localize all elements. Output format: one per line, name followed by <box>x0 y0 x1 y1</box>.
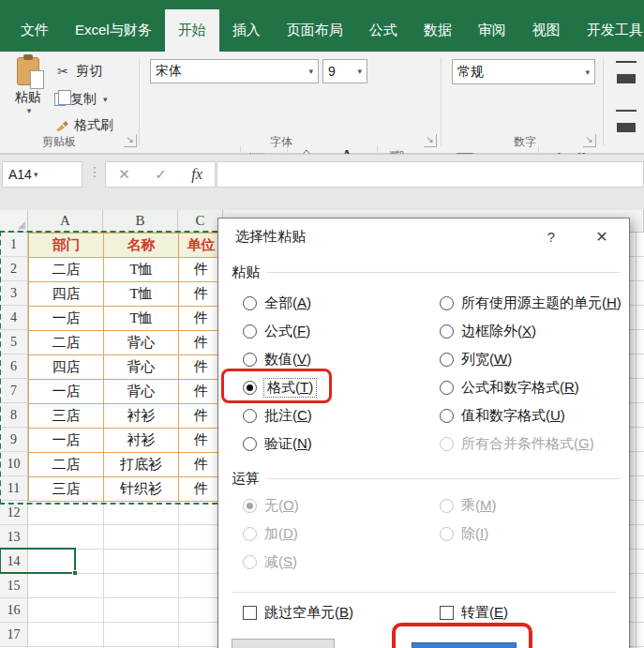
cell[interactable]: 三店 <box>29 404 104 429</box>
formula-bar: A14 ▾ ⋮ ✕ ✓ fx <box>0 154 644 210</box>
cell[interactable]: 打底衫 <box>104 453 179 477</box>
option-label: 数值(V) <box>264 351 311 369</box>
radio-paste-X[interactable]: 边框除外(X) <box>440 317 632 345</box>
checkbox-B[interactable]: 跳过空单元(B) <box>243 598 435 626</box>
dialog-close-icon[interactable]: ✕ <box>590 224 614 249</box>
paste-dropdown-icon[interactable]: ▾ <box>27 106 32 115</box>
cell[interactable]: 一店 <box>29 380 104 404</box>
tab-developer[interactable]: 开发工具 <box>574 9 644 52</box>
radio-icon <box>243 381 257 395</box>
tab-home[interactable]: 开始 <box>165 9 219 52</box>
copy-dropdown-icon[interactable]: ▾ <box>103 95 108 104</box>
cell[interactable]: 四店 <box>29 282 104 307</box>
ok-button[interactable] <box>412 642 517 648</box>
cell[interactable]: 三店 <box>29 477 104 502</box>
tab-page-layout[interactable]: 页面布局 <box>274 9 356 52</box>
dialog-help-button[interactable]: ? <box>539 224 563 249</box>
font-size-combo[interactable]: 9 ▾ <box>322 59 367 83</box>
cell[interactable]: 一店 <box>29 429 104 453</box>
insert-function-icon[interactable]: fx <box>191 166 202 183</box>
font-dialog-launcher[interactable]: ↘ <box>424 134 437 147</box>
column-header-b[interactable]: B <box>103 210 178 233</box>
option-label: 公式(F) <box>264 323 310 340</box>
font-name-combo[interactable]: 宋体 ▾ <box>150 59 319 83</box>
paste-link-button[interactable] <box>232 639 335 648</box>
number-format-combo[interactable]: 常规 ▾ <box>452 59 595 84</box>
row-header-3[interactable]: 3 <box>0 281 28 306</box>
cell[interactable]: T恤 <box>104 307 179 331</box>
cell[interactable]: T恤 <box>104 258 179 282</box>
copy-button[interactable]: 复制 ▾ <box>54 87 108 112</box>
row-header-5[interactable]: 5 <box>0 330 28 354</box>
radio-paste-A[interactable]: 全部(A) <box>243 289 435 317</box>
radio-paste-T[interactable]: 格式(T) <box>243 373 435 401</box>
row-header-12[interactable]: 12 <box>0 501 28 525</box>
cell[interactable]: 二店 <box>29 331 104 355</box>
tab-excel-finance[interactable]: Excel与财务 <box>62 9 165 52</box>
row-header-16[interactable]: 16 <box>0 598 28 623</box>
cell[interactable]: 衬衫 <box>104 429 179 453</box>
cut-button[interactable]: ✂ 剪切 <box>54 59 102 83</box>
lines-icon-top[interactable] <box>616 61 637 74</box>
cell[interactable]: 一店 <box>29 307 104 331</box>
column-header-c[interactable]: C <box>178 210 223 233</box>
row-header-8[interactable]: 8 <box>0 403 28 428</box>
radio-icon <box>440 353 454 367</box>
radio-paste-R[interactable]: 公式和数字格式(R) <box>440 373 632 401</box>
lines-icon-bottom[interactable] <box>616 110 637 123</box>
cell[interactable]: 背心 <box>104 331 179 355</box>
cell[interactable]: 二店 <box>29 453 104 477</box>
name-box-dropdown-icon[interactable]: ▾ <box>34 170 38 179</box>
radio-paste-F[interactable]: 公式(F) <box>243 317 435 345</box>
row-header-17[interactable]: 17 <box>0 623 28 647</box>
tab-review[interactable]: 审阅 <box>465 9 519 52</box>
column-header-a[interactable]: A <box>28 210 103 233</box>
number-dialog-launcher[interactable]: ↘ <box>583 134 596 147</box>
cell[interactable]: 二店 <box>29 258 104 282</box>
number-format-dropdown-icon[interactable]: ▾ <box>585 68 590 77</box>
radio-paste-V[interactable]: 数值(V) <box>243 345 435 373</box>
cancel-entry-icon[interactable]: ✕ <box>118 166 130 183</box>
formula-bar-splitter-icon[interactable]: ⋮ <box>88 164 101 179</box>
checkbox-E[interactable]: 转置(E) <box>440 598 632 626</box>
row-header-6[interactable]: 6 <box>0 354 28 379</box>
row-header-13[interactable]: 13 <box>0 525 28 550</box>
cell[interactable]: 部门 <box>29 234 104 258</box>
cell[interactable]: 背心 <box>104 380 179 404</box>
clipboard-dialog-launcher[interactable]: ↘ <box>124 134 137 147</box>
row-header-9[interactable]: 9 <box>0 428 28 452</box>
tab-data[interactable]: 数据 <box>411 9 465 52</box>
name-box[interactable]: A14 ▾ <box>2 161 82 188</box>
tab-insert[interactable]: 插入 <box>219 9 274 52</box>
row-header-2[interactable]: 2 <box>0 257 28 281</box>
transpose-area: 转置(E) <box>440 598 632 626</box>
font-size-dropdown-icon[interactable]: ▾ <box>357 67 362 76</box>
tab-formulas[interactable]: 公式 <box>356 9 411 52</box>
font-name-dropdown-icon[interactable]: ▾ <box>308 67 313 76</box>
tab-file[interactable]: 文件 <box>7 9 62 52</box>
confirm-entry-icon[interactable]: ✓ <box>155 166 167 183</box>
cell[interactable]: 四店 <box>29 355 104 380</box>
fill-handle[interactable] <box>72 570 78 576</box>
radio-paste-U[interactable]: 值和数字格式(U) <box>440 401 632 429</box>
radio-paste-C[interactable]: 批注(C) <box>243 401 435 429</box>
row-header-15[interactable]: 15 <box>0 574 28 598</box>
radio-paste-N[interactable]: 验证(N) <box>243 429 435 458</box>
option-label: 减(S) <box>264 553 297 571</box>
select-all-corner[interactable]: ◢ <box>0 210 28 233</box>
cell[interactable]: 背心 <box>104 355 179 380</box>
cell[interactable]: 名称 <box>104 234 179 258</box>
cell[interactable]: 针织衫 <box>104 477 179 502</box>
radio-paste-W[interactable]: 列宽(W) <box>440 345 632 373</box>
table-row: 三店针织衫件 <box>29 477 224 502</box>
row-header-11[interactable]: 11 <box>0 476 28 501</box>
row-header-10[interactable]: 10 <box>0 452 28 476</box>
formula-input[interactable] <box>217 161 644 188</box>
row-header-4[interactable]: 4 <box>0 306 28 330</box>
cell[interactable]: 衬衫 <box>104 404 179 429</box>
row-header-7[interactable]: 7 <box>0 379 28 403</box>
tab-view[interactable]: 视图 <box>519 9 574 52</box>
row-header-1[interactable]: 1 <box>0 233 28 257</box>
radio-paste-H[interactable]: 所有使用源主题的单元(H) <box>440 289 632 317</box>
cell[interactable]: T恤 <box>104 282 179 307</box>
